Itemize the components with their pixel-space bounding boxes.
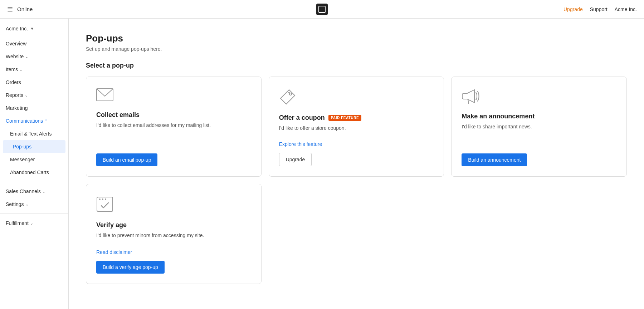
sidebar-item-fulfillment[interactable]: Fulfillment ⌄ <box>0 217 68 230</box>
sidebar-item-items[interactable]: Items ⌄ <box>0 63 68 76</box>
sidebar-item-label: Reports <box>6 92 23 98</box>
chevron-icon: ⌄ <box>25 93 28 98</box>
upgrade-button[interactable]: Upgrade <box>279 153 312 166</box>
chevron-icon: ⌄ <box>42 189 45 194</box>
sidebar-item-label: Website <box>6 54 24 59</box>
chevron-icon: ⌄ <box>25 202 29 207</box>
chevron-up-icon: ⌃ <box>44 119 48 123</box>
sidebar-item-sales-channels[interactable]: Sales Channels ⌄ <box>0 185 68 198</box>
card-verify-age: Verify age I'd like to prevent minors fr… <box>86 184 262 284</box>
sidebar-item-label: Pop-ups <box>13 144 31 149</box>
build-announcement-button[interactable]: Build an announcement <box>462 153 527 166</box>
svg-point-7 <box>99 198 101 200</box>
sidebar-item-overview[interactable]: Overview <box>0 37 68 50</box>
card-desc: I'd like to prevent minors from accessin… <box>96 232 251 244</box>
sidebar-item-label: Overview <box>6 41 26 46</box>
sidebar-item-messenger[interactable]: Messenger <box>0 153 68 166</box>
paid-badge: PAID FEATURE <box>328 115 361 121</box>
upgrade-link[interactable]: Upgrade <box>564 6 583 12</box>
sidebar-item-label: Sales Channels <box>6 188 41 194</box>
chevron-down-icon: ▼ <box>30 26 34 31</box>
sidebar-item-label: Fulfillment <box>6 220 29 226</box>
announcement-icon <box>462 88 616 104</box>
sidebar-item-abandoned-carts[interactable]: Abandoned Carts <box>0 166 68 179</box>
sidebar-item-label: Communications <box>6 118 43 124</box>
sidebar-account[interactable]: Acme Inc. ▼ <box>0 23 68 37</box>
sidebar-item-label: Orders <box>6 79 21 85</box>
card-title: Verify age <box>96 221 251 229</box>
explore-feature-link[interactable]: Explore this feature <box>279 141 434 147</box>
chevron-icon: ⌄ <box>19 67 23 72</box>
build-email-popup-button[interactable]: Build an email pop-up <box>96 153 157 166</box>
topnav-right: Upgrade Support Acme Inc. <box>564 6 637 12</box>
svg-point-9 <box>105 198 106 200</box>
sidebar-item-website[interactable]: Website ⌄ <box>0 50 68 63</box>
card-desc: I'd like to share important news. <box>462 124 616 148</box>
sidebar-item-label: Settings <box>6 201 24 207</box>
card-title: Offer a coupon PAID FEATURE <box>279 114 434 122</box>
cards-grid-row1: Collect emails I'd like to collect email… <box>86 77 627 177</box>
brand-label: Online <box>17 6 33 12</box>
support-link[interactable]: Support <box>590 6 608 12</box>
coupon-icon <box>279 88 434 106</box>
sidebar-item-label: Messenger <box>10 157 35 162</box>
card-desc: I'd like to offer a store coupon. <box>279 125 434 136</box>
sidebar-item-orders[interactable]: Orders <box>0 76 68 89</box>
svg-rect-0 <box>316 4 328 15</box>
cards-grid-row2: Verify age I'd like to prevent minors fr… <box>86 184 627 284</box>
sidebar-item-label: Items <box>6 67 18 72</box>
logo <box>316 4 328 15</box>
section-title: Select a pop-up <box>86 62 627 69</box>
sidebar-item-popups[interactable]: Pop-ups <box>3 140 65 153</box>
top-nav: ☰ Online Upgrade Support Acme Inc. <box>0 0 644 19</box>
sidebar-item-settings[interactable]: Settings ⌄ <box>0 198 68 211</box>
layout: Acme Inc. ▼ Overview Website ⌄ Items ⌄ O… <box>0 19 644 309</box>
page-subtitle: Set up and manage pop-ups here. <box>86 46 627 52</box>
divider <box>0 182 68 182</box>
chevron-icon: ⌄ <box>25 54 28 59</box>
hamburger-icon[interactable]: ☰ <box>7 5 13 13</box>
chevron-icon: ⌄ <box>30 221 33 226</box>
verify-age-icon <box>96 196 251 213</box>
card-collect-emails: Collect emails I'd like to collect email… <box>86 77 262 177</box>
sidebar-item-label: Abandoned Carts <box>10 170 49 175</box>
build-verify-age-button[interactable]: Build a verify age pop-up <box>96 261 165 274</box>
card-desc: I'd like to collect email addresses for … <box>96 122 251 148</box>
sidebar-item-label: Email & Text Alerts <box>10 131 52 137</box>
card-title: Collect emails <box>96 111 251 119</box>
email-icon <box>96 88 251 103</box>
page-title: Pop-ups <box>86 33 627 44</box>
sidebar-item-marketing[interactable]: Marketing <box>0 102 68 114</box>
svg-point-8 <box>102 198 103 200</box>
sidebar-item-reports[interactable]: Reports ⌄ <box>0 89 68 102</box>
svg-point-3 <box>289 93 292 95</box>
divider <box>0 214 68 214</box>
main-content: Pop-ups Set up and manage pop-ups here. … <box>69 19 644 309</box>
sidebar-item-email-text[interactable]: Email & Text Alerts <box>0 127 68 140</box>
sidebar-item-communications[interactable]: Communications ⌃ <box>0 114 68 127</box>
sidebar-account-label: Acme Inc. <box>6 26 28 31</box>
card-announcement: Make an announcement I'd like to share i… <box>451 77 627 177</box>
read-disclaimer-link[interactable]: Read disclaimer <box>96 249 251 255</box>
sidebar: Acme Inc. ▼ Overview Website ⌄ Items ⌄ O… <box>0 19 69 309</box>
card-title: Make an announcement <box>462 113 616 120</box>
sidebar-item-label: Marketing <box>6 105 28 111</box>
svg-point-4 <box>288 92 289 93</box>
account-menu[interactable]: Acme Inc. <box>615 6 637 12</box>
card-offer-coupon: Offer a coupon PAID FEATURE I'd like to … <box>269 77 444 177</box>
